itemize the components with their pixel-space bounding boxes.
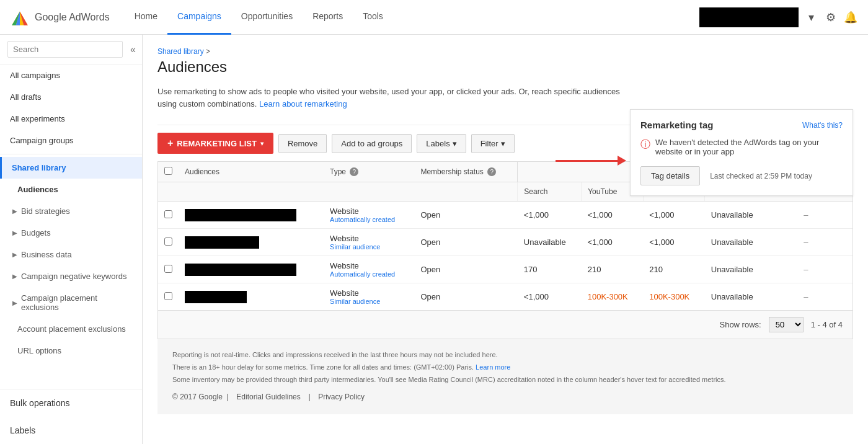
add-to-ad-groups-button[interactable]: Add to ad groups	[332, 134, 412, 153]
content-area: Shared library > Audiences Use remarketi…	[143, 35, 868, 444]
sidebar-item-campaign-negative-keywords[interactable]: ▶ Campaign negative keywords	[0, 265, 142, 287]
sidebar-divider	[0, 154, 142, 154]
sidebar-item-business-data[interactable]: ▶ Business data	[0, 244, 142, 265]
search-input[interactable]	[7, 41, 123, 58]
type-help-icon[interactable]: ?	[350, 167, 358, 176]
row-checkbox[interactable]	[164, 292, 172, 300]
th-membership-status: Membership status ?	[414, 162, 517, 182]
row-checkbox-cell[interactable]	[158, 202, 179, 229]
search-size-cell: Unavailable	[518, 229, 582, 256]
notifications-icon[interactable]: 🔔	[843, 10, 858, 25]
th-select-all[interactable]	[158, 162, 179, 182]
sidebar-item-labels[interactable]: Labels	[0, 417, 142, 444]
type-sub-label: Similar audience	[330, 243, 408, 251]
row-checkbox[interactable]	[164, 210, 172, 218]
labels-dropdown-icon: ▾	[453, 139, 457, 148]
display-gmail-size-cell: Unavailable	[705, 202, 798, 229]
select-all-checkbox[interactable]	[164, 167, 172, 175]
youtube-size-cell: <1,000	[582, 202, 644, 229]
youtube-size-cell: 100K-300K	[582, 283, 644, 311]
membership-status-cell: Open	[414, 202, 517, 229]
footer-disclaimer-1: Reporting is not real-time. Clicks and i…	[172, 349, 838, 362]
audience-name-bar	[185, 291, 247, 303]
sidebar-item-campaign-groups[interactable]: Campaign groups	[0, 130, 142, 151]
remarketing-list-label: REMARKETING LIST	[177, 139, 257, 148]
settings-icon[interactable]: ⚙	[823, 10, 838, 25]
dropdown-arrow-icon[interactable]: ▾	[804, 10, 818, 25]
expand-icon: ▶	[12, 208, 17, 215]
row-checkbox-cell[interactable]	[158, 283, 179, 311]
remarketing-list-button[interactable]: + REMARKETING LIST ▾	[157, 133, 273, 154]
sidebar-item-bid-strategies[interactable]: ▶ Bid strategies	[0, 200, 142, 222]
audience-name	[185, 209, 317, 221]
sidebar-item-shared-library[interactable]: Shared library	[0, 157, 142, 179]
nav-opportunities[interactable]: Opportunities	[231, 0, 303, 35]
type-cell: Website Similar audience	[324, 283, 414, 311]
footer-learn-more-link[interactable]: Learn more	[476, 363, 510, 371]
table-row: Website Similar audience Open <1,000 100…	[158, 283, 852, 311]
remove-button[interactable]: Remove	[278, 134, 327, 153]
sidebar-item-all-drafts[interactable]: All drafts	[0, 86, 142, 108]
tag-details-button[interactable]: Tag details	[640, 166, 700, 185]
search-size-cell: <1,000	[518, 283, 582, 311]
logo[interactable]: Google AdWords	[10, 7, 110, 27]
footer-links: © 2017 Google | Editorial Guidelines | P…	[172, 391, 838, 404]
table-row: Website Automatically created Open <1,00…	[158, 202, 852, 229]
sidebar-item-audiences[interactable]: Audiences	[0, 179, 142, 200]
sidebar-item-url-options[interactable]: URL options	[0, 340, 142, 362]
page-title: Audiences	[157, 58, 853, 76]
sidebar-item-budgets[interactable]: ▶ Budgets	[0, 222, 142, 244]
row-checkbox-cell[interactable]	[158, 229, 179, 256]
sidebar-item-bulk-operations[interactable]: Bulk operations	[0, 389, 142, 417]
type-cell: Website Automatically created	[324, 256, 414, 283]
row-checkbox-cell[interactable]	[158, 256, 179, 283]
footer-disclaimer-3: Some inventory may be provided through t…	[172, 374, 838, 386]
type-cell: Website Automatically created	[324, 202, 414, 229]
editorial-guidelines-link[interactable]: Editorial Guidelines	[236, 393, 300, 401]
breadcrumb-parent[interactable]: Shared library	[157, 47, 204, 56]
row-checkbox[interactable]	[164, 265, 172, 273]
sidebar-collapse-icon[interactable]: «	[128, 42, 138, 58]
show-rows-select[interactable]: 50 100 250	[769, 317, 804, 332]
show-rows-label: Show rows:	[719, 320, 761, 329]
top-nav: Google AdWords Home Campaigns Opportunit…	[0, 0, 868, 35]
audience-name	[185, 291, 317, 303]
sidebar-item-account-placement-exclusions[interactable]: Account placement exclusions	[0, 318, 142, 340]
footer-disclaimer-2: There is an 18+ hour delay for some metr…	[172, 362, 838, 374]
content-inner: Shared library > Audiences Use remarketi…	[143, 35, 868, 444]
nav-reports[interactable]: Reports	[303, 0, 353, 35]
learn-about-remarketing-link[interactable]: Learn about remarketing	[259, 99, 347, 109]
sidebar-item-all-campaigns[interactable]: All campaigns	[0, 64, 142, 86]
sidebar-item-all-experiments[interactable]: All experiments	[0, 108, 142, 130]
audience-name-bar	[185, 264, 296, 276]
membership-status-cell: Open	[414, 283, 517, 311]
google-adwords-logo-icon	[10, 7, 30, 27]
sidebar-item-campaign-placement-exclusions[interactable]: ▶ Campaign placement exclusions	[0, 287, 142, 318]
nav-tools[interactable]: Tools	[353, 0, 393, 35]
privacy-policy-link[interactable]: Privacy Policy	[318, 393, 365, 401]
type-sub-label: Automatically created	[330, 216, 408, 223]
breadcrumb[interactable]: Shared library >	[157, 47, 853, 56]
audience-name-cell	[179, 229, 324, 256]
whats-this-link[interactable]: What's this?	[802, 121, 843, 130]
membership-help-icon[interactable]: ?	[487, 167, 496, 176]
row-checkbox[interactable]	[164, 238, 172, 246]
page-footer: Reporting is not real-time. Clicks and i…	[157, 339, 853, 414]
table-row: Website Similar audience Open Unavailabl…	[158, 229, 852, 256]
display-gmail-size-cell: Unavailable	[705, 256, 798, 283]
red-arrow-line	[556, 160, 618, 162]
page-description: Use remarketing to show ads to people wh…	[157, 86, 641, 110]
nav-home[interactable]: Home	[125, 0, 167, 35]
audience-name-cell	[179, 202, 324, 229]
labels-button[interactable]: Labels ▾	[417, 134, 466, 153]
sidebar-bottom: Bulk operations Labels	[0, 389, 142, 444]
nav-campaigns[interactable]: Campaigns	[167, 0, 231, 35]
account-selector[interactable]	[699, 7, 799, 27]
filter-button[interactable]: Filter ▾	[471, 134, 515, 153]
table-row: Website Automatically created Open 170 2…	[158, 256, 852, 283]
warning-icon: ⓘ	[640, 138, 650, 151]
audience-name	[185, 236, 317, 249]
th-sub-audiences	[179, 182, 324, 202]
labels-cell: –	[797, 229, 852, 256]
type-label: Website	[330, 234, 408, 243]
